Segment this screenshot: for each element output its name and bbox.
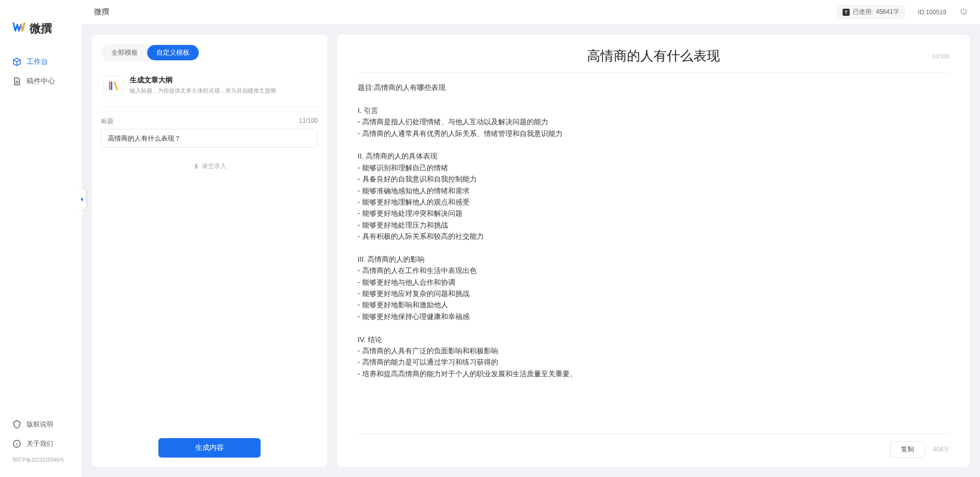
nav-item-about[interactable]: 关于我们	[0, 434, 82, 453]
output-title-counter: 10/100	[919, 53, 949, 59]
logo[interactable]: 微撰	[0, 10, 82, 52]
chevron-left-icon	[79, 197, 84, 202]
shield-icon	[12, 420, 21, 429]
field-counter: 11/100	[299, 117, 318, 126]
power-icon	[960, 7, 968, 15]
field-label: 标题	[101, 117, 113, 126]
nav-item-drafts[interactable]: 稿件中心	[0, 72, 82, 91]
nav-label: 工作台	[27, 57, 48, 66]
char-count: 404字	[933, 445, 949, 454]
page-title: 微撰	[94, 7, 109, 17]
output-title: 高情商的人有什么表现	[388, 47, 919, 65]
nav-item-workspace[interactable]: 工作台	[0, 52, 82, 72]
input-panel: 全部模板 自定义模板 生成文章大纲 输入标题，为你提供文章主体的灵感，并为其创建…	[92, 35, 327, 467]
spacer	[101, 181, 318, 438]
voice-input-row[interactable]: 请空录入	[101, 158, 318, 181]
template-icon	[103, 76, 124, 96]
nav-item-copyright[interactable]: 版权说明	[0, 415, 82, 434]
topbar-right: T 已使用: 45641字 ID:100519	[837, 5, 968, 19]
template-card[interactable]: 生成文章大纲 输入标题，为你提供文章主体的灵感，并为其创建推文提纲	[101, 72, 318, 107]
sidebar: 微撰 工作台 稿件中心 版权说明 关于我们 鄂ICP备2022016946号	[0, 0, 82, 477]
copy-button[interactable]: 复制	[890, 441, 925, 458]
logo-text: 微撰	[30, 21, 52, 36]
svg-rect-1	[195, 164, 197, 167]
sidebar-collapse-handle[interactable]	[78, 189, 86, 210]
logo-icon	[12, 20, 26, 37]
output-footer: 复制 404字	[358, 434, 949, 458]
app-root: 微撰 工作台 稿件中心 版权说明 关于我们 鄂ICP备2022016946号	[0, 0, 980, 477]
output-panel: 高情商的人有什么表现 10/100 题目:高情商的人有哪些表现 I. 引言 - …	[337, 35, 970, 467]
template-tabs: 全部模板 自定义模板	[101, 44, 200, 61]
nav-label: 关于我们	[27, 439, 53, 448]
voice-hint: 请空录入	[202, 162, 226, 171]
output-header: 高情商的人有什么表现 10/100	[358, 47, 949, 73]
nav-menu: 工作台 稿件中心	[0, 52, 82, 415]
sidebar-bottom: 版权说明 关于我们 鄂ICP备2022016946号	[0, 415, 82, 467]
info-icon	[12, 439, 21, 448]
document-icon	[12, 77, 21, 86]
usage-prefix: 已使用:	[853, 8, 873, 16]
generate-button[interactable]: 生成内容	[158, 438, 261, 458]
power-button[interactable]	[960, 7, 968, 17]
nav-label: 版权说明	[27, 420, 53, 429]
template-desc: 输入标题，为你提供文章主体的灵感，并为其创建推文提纲	[130, 87, 276, 95]
usage-badge[interactable]: T 已使用: 45641字	[837, 5, 905, 19]
microphone-icon	[193, 163, 200, 170]
title-field-group: 标题 11/100	[101, 117, 318, 148]
template-title: 生成文章大纲	[130, 76, 276, 85]
usage-value: 45641字	[876, 8, 899, 16]
cube-icon	[12, 57, 21, 66]
text-icon: T	[843, 9, 850, 16]
template-info: 生成文章大纲 输入标题，为你提供文章主体的灵感，并为其创建推文提纲	[130, 76, 276, 96]
user-id: ID:100519	[918, 9, 946, 16]
title-input[interactable]	[101, 129, 318, 148]
output-body[interactable]: 题目:高情商的人有哪些表现 I. 引言 - 高情商是指人们处理情绪、与他人互动以…	[358, 82, 949, 434]
tab-all-templates[interactable]: 全部模板	[102, 45, 147, 60]
content: 全部模板 自定义模板 生成文章大纲 输入标题，为你提供文章主体的灵感，并为其创建…	[82, 25, 980, 477]
main-area: 微撰 T 已使用: 45641字 ID:100519 全部模板 自定义模板	[82, 0, 980, 477]
nav-label: 稿件中心	[27, 77, 55, 86]
topbar: 微撰 T 已使用: 45641字 ID:100519	[82, 0, 980, 25]
icp-text: 鄂ICP备2022016946号	[0, 453, 82, 467]
tab-custom-template[interactable]: 自定义模板	[147, 45, 199, 60]
